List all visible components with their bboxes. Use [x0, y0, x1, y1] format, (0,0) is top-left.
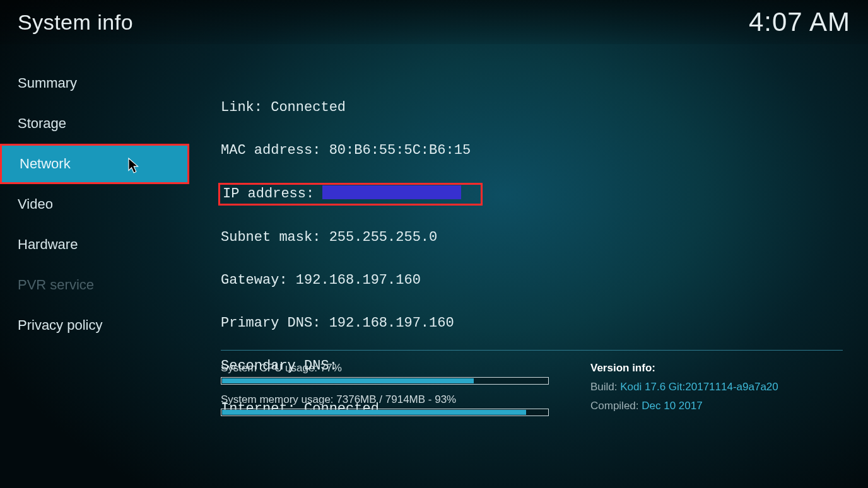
ip-label: IP address:: [223, 186, 314, 202]
link-row: Link: Connected: [221, 97, 843, 119]
sidebar-item-label: Hardware: [18, 236, 78, 253]
ip-redacted: [322, 185, 461, 199]
link-label: Link:: [221, 100, 262, 115]
sidebar-item-privacy-policy[interactable]: Privacy policy: [0, 305, 189, 346]
sidebar-item-label: Network: [20, 156, 71, 172]
build-row: Build: Kodi 17.6 Git:20171114-a9a7a20: [590, 381, 843, 393]
gateway-row: Gateway: 192.168.197.160: [221, 270, 843, 291]
compiled-value: Dec 10 2017: [642, 400, 702, 412]
sidebar-item-network[interactable]: Network: [0, 144, 189, 184]
build-value: Kodi 17.6 Git:20171114-a9a7a20: [620, 381, 778, 393]
sidebar-item-label: Summary: [18, 75, 77, 91]
compiled-row: Compiled: Dec 10 2017: [590, 400, 843, 412]
cursor-icon: [128, 157, 142, 175]
sidebar-item-summary[interactable]: Summary: [0, 63, 189, 103]
footer: System CPU usage: 77% System memory usag…: [221, 350, 843, 425]
build-key: Build:: [590, 381, 618, 393]
memory-usage-bar: [221, 409, 549, 416]
sidebar-item-pvr-service[interactable]: PVR service: [0, 265, 189, 305]
footer-right: Version info: Build: Kodi 17.6 Git:20171…: [590, 362, 843, 425]
sidebar-item-label: Video: [18, 196, 53, 212]
mac-label: MAC address:: [221, 142, 320, 158]
mac-row: MAC address: 80:B6:55:5C:B6:15: [221, 140, 843, 161]
gateway-label: Gateway:: [221, 272, 288, 288]
page-title: System info: [18, 10, 133, 35]
mac-value: 80:B6:55:5C:B6:15: [329, 142, 471, 158]
subnet-label: Subnet mask:: [221, 229, 320, 245]
sidebar-item-video[interactable]: Video: [0, 184, 189, 224]
subnet-value: 255.255.255.0: [329, 229, 438, 245]
sidebar: Summary Storage Network Video Hardware P…: [0, 63, 189, 346]
cpu-usage-fill: [222, 378, 474, 383]
subnet-row: Subnet mask: 255.255.255.0: [221, 227, 843, 248]
clock: 4:07 AM: [749, 7, 850, 37]
cpu-usage-label: System CPU usage: 77%: [221, 362, 555, 375]
footer-left: System CPU usage: 77% System memory usag…: [221, 362, 555, 425]
version-info-title: Version info:: [590, 362, 843, 375]
primary-dns-label: Primary DNS:: [221, 315, 320, 331]
sidebar-item-storage[interactable]: Storage: [0, 103, 189, 144]
sidebar-item-hardware[interactable]: Hardware: [0, 224, 189, 265]
sidebar-item-label: Privacy policy: [18, 317, 102, 334]
primary-dns-row: Primary DNS: 192.168.197.160: [221, 313, 843, 334]
header: System info 4:07 AM: [0, 0, 868, 44]
link-value: Connected: [271, 100, 346, 115]
gateway-value: 192.168.197.160: [296, 272, 421, 288]
sidebar-item-label: PVR service: [18, 277, 94, 293]
memory-usage-fill: [222, 410, 526, 415]
cpu-usage-bar: [221, 377, 549, 385]
sidebar-item-label: Storage: [18, 115, 66, 132]
ip-row: IP address:: [221, 183, 843, 206]
memory-usage-label: System memory usage: 7376MB / 7914MB - 9…: [221, 393, 555, 406]
compiled-key: Compiled:: [590, 400, 639, 412]
primary-dns-value: 192.168.197.160: [329, 315, 454, 331]
